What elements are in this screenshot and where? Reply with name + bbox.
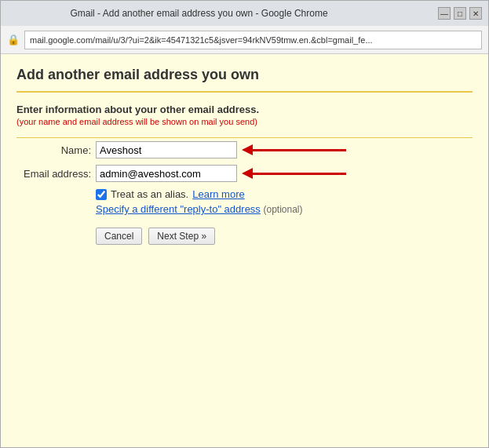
arrow-head-name [242,144,253,155]
alias-label: Treat as an alias. [111,188,188,200]
name-arrow [242,144,346,155]
name-input[interactable] [96,141,237,158]
checkbox-row: Treat as an alias. Learn more [96,188,473,200]
minimize-button[interactable]: — [438,7,451,20]
email-arrow-container [242,168,346,179]
email-input[interactable] [96,165,237,182]
cancel-button[interactable]: Cancel [96,228,142,245]
page-content: Add another email address you own Enter … [1,54,488,447]
email-label: Email address: [16,168,91,180]
address-bar-area: 🔒 mail.google.com/mail/u/3/?ui=2&ik=4547… [1,26,488,54]
dialog-container: Add another email address you own Enter … [1,54,488,265]
maximize-button[interactable]: □ [454,7,466,20]
reply-to-link[interactable]: Specify a different "reply-to" address [96,203,261,215]
next-step-button[interactable]: Next Step » [148,228,215,245]
title-bar: Gmail - Add another email address you ow… [1,1,488,26]
address-bar[interactable]: mail.google.com/mail/u/3/?ui=2&ik=454713… [24,31,482,49]
dialog-title: Add another email address you own [16,67,473,93]
page-remaining [1,265,488,447]
email-row: Email address: [16,165,473,182]
learn-more-link[interactable]: Learn more [192,188,244,200]
dialog-hint: (your name and email address will be sho… [16,117,473,126]
name-row: Name: [16,141,473,158]
window-controls: — □ ✕ [438,7,482,20]
alias-checkbox[interactable] [96,189,107,200]
reply-to-row: Specify a different "reply-to" address (… [96,203,473,215]
arrow-line-name [252,149,346,151]
arrow-line-email [252,173,346,175]
window-title: Gmail - Add another email address you ow… [7,8,438,19]
name-label: Name: [16,144,91,156]
dialog-subtitle: Enter information about your other email… [16,104,473,115]
arrow-head-email [242,168,253,179]
email-arrow [242,168,346,179]
form-area: Name: Email address: [16,137,473,253]
optional-label: (optional) [264,204,303,215]
lock-icon: 🔒 [7,34,20,46]
button-row: Cancel Next Step » [96,228,473,245]
chrome-window: Gmail - Add another email address you ow… [0,0,489,448]
name-arrow-container [242,144,346,155]
close-button[interactable]: ✕ [469,7,482,20]
